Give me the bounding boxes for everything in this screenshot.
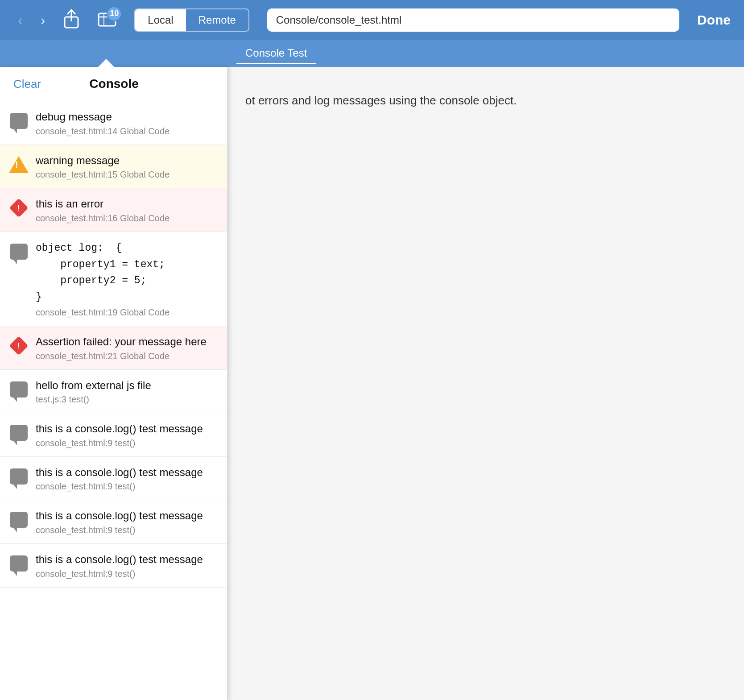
console-message-text: this is a console.log() test message	[36, 465, 218, 480]
log-icon	[9, 510, 29, 530]
back-button[interactable]: ‹	[13, 10, 27, 30]
forward-button[interactable]: ›	[36, 10, 50, 30]
error-icon	[9, 198, 29, 218]
list-item[interactable]: this is a console.log() test message con…	[0, 544, 227, 588]
console-message-meta: test.js:3 test()	[36, 394, 218, 405]
console-message-meta: console_test.html:9 test()	[36, 481, 218, 492]
log-icon	[9, 554, 29, 573]
log-icon	[9, 423, 29, 443]
console-title: Console	[89, 77, 138, 91]
console-message-meta: console_test.html:9 test()	[36, 525, 218, 535]
list-item[interactable]: Assertion failed: your message here cons…	[0, 326, 227, 370]
list-item[interactable]: this is a console.log() test message con…	[0, 500, 227, 544]
list-item[interactable]: object log: { property1 = text; property…	[0, 232, 227, 326]
console-message-meta: console_test.html:21 Global Code	[36, 351, 218, 361]
console-message-text: Assertion failed: your message here	[36, 334, 218, 349]
console-message-text: debug message	[36, 109, 218, 124]
console-message-text: this is a console.log() test message	[36, 421, 218, 436]
console-message-meta: console_test.html:15 Global Code	[36, 170, 218, 180]
list-item[interactable]: hello from external js file test.js:3 te…	[0, 370, 227, 414]
list-item[interactable]: warning message console_test.html:15 Glo…	[0, 145, 227, 189]
remote-toggle[interactable]: Remote	[186, 9, 248, 31]
content-area: ot errors and log messages using the con…	[227, 67, 744, 700]
local-remote-toggle: Local Remote	[134, 8, 249, 32]
notification-badge: 10	[107, 6, 122, 21]
console-header: Clear Console	[0, 67, 227, 101]
console-message-code: object log: { property1 = text; property…	[36, 240, 218, 306]
list-item[interactable]: debug message console_test.html:14 Globa…	[0, 101, 227, 145]
console-message-meta: console_test.html:19 Global Code	[36, 307, 218, 318]
share-button[interactable]	[58, 7, 84, 33]
console-test-tab[interactable]: Console Test	[236, 43, 316, 64]
console-message-meta: console_test.html:9 test()	[36, 569, 218, 579]
url-bar[interactable]	[267, 8, 679, 32]
console-message-meta: console_test.html:16 Global Code	[36, 213, 218, 224]
log-icon	[9, 111, 29, 131]
error-icon	[9, 336, 29, 356]
list-item[interactable]: this is a console.log() test message con…	[0, 457, 227, 501]
log-icon	[9, 242, 29, 261]
local-toggle[interactable]: Local	[135, 9, 186, 31]
console-messages: debug message console_test.html:14 Globa…	[0, 101, 227, 700]
notification-button[interactable]: 10	[93, 8, 121, 33]
console-message-meta: console_test.html:14 Global Code	[36, 126, 218, 137]
console-panel: Clear Console debug message console_test…	[0, 67, 227, 700]
log-icon	[9, 380, 29, 399]
console-message-meta: console_test.html:9 test()	[36, 438, 218, 448]
clear-button[interactable]: Clear	[13, 77, 41, 91]
console-message-text: warning message	[36, 153, 218, 168]
warning-icon	[9, 155, 29, 174]
list-item[interactable]: this is an error console_test.html:16 Gl…	[0, 188, 227, 232]
nav-bar: ‹ › 10 Local Remote Done	[0, 0, 744, 40]
page-description: ot errors and log messages using the con…	[245, 94, 726, 108]
console-message-text: this is an error	[36, 196, 218, 211]
log-icon	[9, 467, 29, 486]
console-message-text: hello from external js file	[36, 378, 218, 393]
console-message-text: this is a console.log() test message	[36, 508, 218, 523]
main-area: Clear Console debug message console_test…	[0, 67, 744, 700]
console-message-text: this is a console.log() test message	[36, 552, 218, 567]
done-button[interactable]: Done	[697, 12, 731, 28]
list-item[interactable]: this is a console.log() test message con…	[0, 413, 227, 457]
